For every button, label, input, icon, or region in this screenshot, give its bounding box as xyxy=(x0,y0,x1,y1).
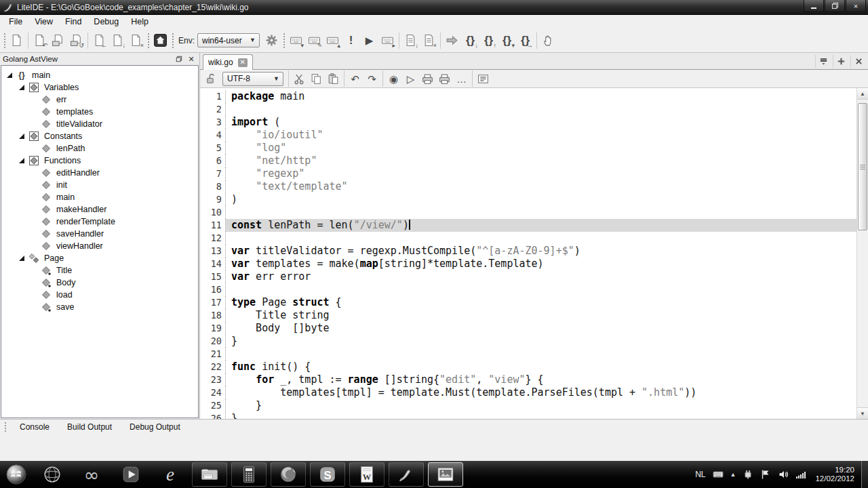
tree-item-edithandler[interactable]: editHandler xyxy=(1,167,198,179)
menu-help[interactable]: Help xyxy=(125,16,155,28)
print-button[interactable] xyxy=(419,71,436,87)
env-select[interactable]: win64-user▼ xyxy=(197,33,260,47)
close-button[interactable]: × xyxy=(846,0,866,12)
expander-icon[interactable] xyxy=(19,134,24,139)
tree-item-variables[interactable]: Variables xyxy=(1,81,198,94)
install-button[interactable]: ▴ xyxy=(323,31,342,49)
menu-file[interactable]: File xyxy=(3,16,28,28)
tree-item-main[interactable]: {}main xyxy=(1,69,198,81)
tab-close-icon[interactable]: ✕ xyxy=(238,58,248,67)
print-preview-button[interactable] xyxy=(436,71,453,87)
paint-app[interactable] xyxy=(389,462,424,487)
scroll-down-icon[interactable]: ▼ xyxy=(857,407,868,419)
keyboard-layout-icon[interactable] xyxy=(713,469,724,480)
tree-item-savehandler[interactable]: saveHandler xyxy=(1,228,198,240)
open-file-button[interactable]: ↶ xyxy=(31,31,49,49)
toolbar-handle[interactable] xyxy=(171,32,174,49)
tab-wiki-go[interactable]: wiki.go ✕ xyxy=(203,54,253,70)
run-button[interactable]: ▶ xyxy=(360,31,378,49)
float-panel-icon[interactable] xyxy=(174,54,184,64)
code-line[interactable]: 20} xyxy=(200,335,856,348)
code-view[interactable]: 1package main23import (4 "io/ioutil"5 "l… xyxy=(200,88,856,419)
tab-debug-output[interactable]: Debug Output xyxy=(123,421,187,433)
save-prev-button[interactable]: ← xyxy=(90,31,108,49)
tree-item-viewhandler[interactable]: viewHandler xyxy=(1,240,198,252)
insert-line-after-button[interactable]: ↓ xyxy=(401,31,420,49)
media-player-app[interactable] xyxy=(113,462,149,487)
open-folder-button[interactable] xyxy=(49,31,67,49)
volume-icon[interactable] xyxy=(778,469,789,480)
tree-item-title[interactable]: Title xyxy=(1,264,198,277)
code-line[interactable]: 4 "io/ioutil" xyxy=(200,129,856,142)
show-hidden-icons-icon[interactable]: ▲ xyxy=(730,471,736,478)
more-button[interactable]: … xyxy=(453,71,470,87)
close-editor-icon[interactable] xyxy=(850,55,867,68)
cut-button[interactable] xyxy=(291,71,308,87)
minimize-button[interactable] xyxy=(804,0,824,12)
code-line[interactable]: 11const lenPath = len("/view/") xyxy=(200,219,856,232)
menu-debug[interactable]: Debug xyxy=(87,16,125,28)
build-file-button[interactable]: ✎ xyxy=(305,31,323,49)
redo-button[interactable]: ↷ xyxy=(363,71,380,87)
code-line[interactable]: 12 xyxy=(200,232,856,245)
code-line[interactable]: 15var err error xyxy=(200,270,856,283)
code-line[interactable]: 26} xyxy=(200,412,856,419)
unfold-button[interactable]: {}↑ xyxy=(479,31,498,49)
goto-brace-button[interactable]: {}→ xyxy=(516,31,534,49)
tree-item-functions[interactable]: Functions xyxy=(1,155,198,167)
stop-button[interactable]: ! xyxy=(342,31,360,49)
code-line[interactable]: 19 Body []byte xyxy=(200,322,856,335)
code-line[interactable]: 14var templates = make(map[string]*templ… xyxy=(200,258,856,270)
code-line[interactable]: 18 Title string xyxy=(200,309,856,322)
tree-item-init[interactable]: init xyxy=(1,179,198,191)
code-line[interactable]: 8 "text/template" xyxy=(200,180,856,193)
code-line[interactable]: 1package main xyxy=(200,90,856,103)
expander-icon[interactable] xyxy=(19,85,24,90)
expander-icon[interactable] xyxy=(19,256,24,261)
tab-console[interactable]: Console xyxy=(13,421,56,433)
scroll-up-icon[interactable]: ▲ xyxy=(857,88,868,100)
start-button[interactable] xyxy=(0,461,33,488)
power-plug-icon[interactable] xyxy=(743,469,753,480)
code-line[interactable]: 9) xyxy=(200,193,856,206)
file-explorer-app[interactable] xyxy=(192,462,227,487)
code-line[interactable]: 13var titleValidator = regexp.MustCompil… xyxy=(200,245,856,258)
undo-button[interactable]: ↶ xyxy=(347,71,363,87)
goto-button[interactable] xyxy=(443,31,461,49)
file-list-menu-icon[interactable] xyxy=(815,55,831,68)
action-center-flag-icon[interactable] xyxy=(760,469,771,480)
expander-icon[interactable] xyxy=(7,73,12,78)
split-editor-icon[interactable] xyxy=(833,55,849,68)
tree-item-makehandler[interactable]: makeHandler xyxy=(1,203,198,216)
tree-item-titlevalidator[interactable]: titleValidator xyxy=(1,118,198,130)
new-file-button[interactable] xyxy=(7,31,26,49)
menu-view[interactable]: View xyxy=(28,16,59,28)
tree-item-page[interactable]: Page xyxy=(1,252,198,264)
delete-line-button[interactable]: × xyxy=(420,31,438,49)
code-line[interactable]: 6 "net/http" xyxy=(200,155,856,167)
tree-item-templates[interactable]: templates xyxy=(1,106,198,118)
code-line[interactable]: 16 xyxy=(200,283,856,296)
save-button[interactable]: ↓ xyxy=(108,31,127,49)
network-globe-app[interactable] xyxy=(35,462,70,487)
close-panel-icon[interactable]: ✕ xyxy=(186,54,197,64)
title-bar[interactable]: LiteIDE - E:\Go\GoBoek\code_examples\cha… xyxy=(0,0,868,15)
save-close-button[interactable]: × xyxy=(127,31,145,49)
fold-all-button[interactable]: {}▾ xyxy=(498,31,516,49)
clock[interactable]: 19:20 12/02/2012 xyxy=(815,466,854,483)
photo-viewer-app[interactable] xyxy=(428,462,463,487)
code-line[interactable]: 24 templates[tmpl] = template.Must(templ… xyxy=(200,386,856,399)
toolbar-handle[interactable] xyxy=(3,32,6,49)
copy-button[interactable] xyxy=(308,71,325,87)
code-line[interactable]: 7 "regexp" xyxy=(200,167,856,180)
code-line[interactable]: 10 xyxy=(200,206,856,219)
show-desktop-button[interactable] xyxy=(861,461,868,488)
code-line[interactable]: 3import ( xyxy=(200,116,856,129)
tree-item-constants[interactable]: Constants xyxy=(1,130,198,142)
word-app[interactable]: W xyxy=(349,462,384,487)
code-line[interactable]: 2 xyxy=(200,103,856,116)
tab-build-output[interactable]: Build Output xyxy=(60,421,119,433)
tree-item-lenpath[interactable]: lenPath xyxy=(1,142,198,155)
vertical-scrollbar[interactable]: ▲ ▼ xyxy=(856,88,868,419)
internet-explorer-app[interactable]: e xyxy=(153,462,188,487)
